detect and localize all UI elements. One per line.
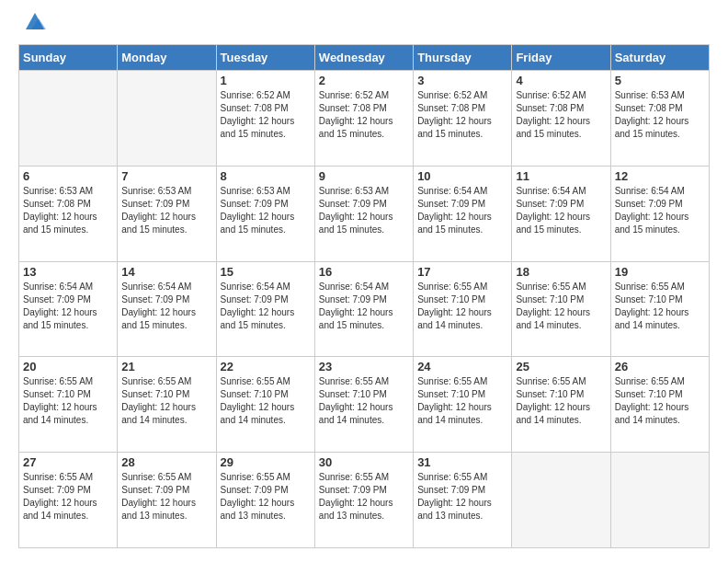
day-info: Sunrise: 6:54 AMSunset: 7:09 PMDaylight:…: [23, 281, 113, 332]
day-info: Sunrise: 6:55 AMSunset: 7:09 PMDaylight:…: [319, 471, 409, 523]
calendar-cell: 27Sunrise: 6:55 AMSunset: 7:09 PMDayligh…: [19, 453, 118, 548]
calendar-cell: 17Sunrise: 6:55 AMSunset: 7:10 PMDayligh…: [414, 261, 512, 357]
day-number: 7: [121, 169, 211, 183]
day-info: Sunrise: 6:55 AMSunset: 7:10 PMDaylight:…: [615, 281, 705, 332]
header: [18, 15, 710, 35]
day-info: Sunrise: 6:52 AMSunset: 7:08 PMDaylight:…: [319, 89, 409, 141]
calendar-cell: 7Sunrise: 6:53 AMSunset: 7:09 PMDaylight…: [118, 166, 216, 261]
calendar-cell: 6Sunrise: 6:53 AMSunset: 7:08 PMDaylight…: [19, 166, 118, 261]
day-number: 22: [221, 360, 311, 373]
day-number: 23: [319, 360, 409, 373]
day-number: 25: [516, 360, 606, 373]
calendar-cell: 14Sunrise: 6:54 AMSunset: 7:09 PMDayligh…: [118, 261, 216, 357]
calendar-cell: [610, 453, 709, 548]
day-number: 30: [319, 455, 409, 469]
day-info: Sunrise: 6:53 AMSunset: 7:09 PMDaylight:…: [319, 185, 409, 236]
day-number: 28: [121, 455, 211, 469]
calendar-cell: 20Sunrise: 6:55 AMSunset: 7:10 PMDayligh…: [19, 357, 118, 453]
calendar-cell: 15Sunrise: 6:54 AMSunset: 7:09 PMDayligh…: [216, 261, 314, 357]
day-info: Sunrise: 6:55 AMSunset: 7:10 PMDaylight:…: [417, 375, 507, 427]
calendar-week-row: 13Sunrise: 6:54 AMSunset: 7:09 PMDayligh…: [19, 261, 710, 357]
day-number: 6: [23, 169, 113, 183]
logo-icon: [22, 9, 48, 35]
day-number: 15: [221, 265, 311, 279]
calendar-header-friday: Friday: [512, 45, 610, 71]
day-number: 9: [319, 169, 409, 183]
day-number: 31: [417, 455, 507, 469]
day-number: 14: [121, 265, 211, 279]
day-number: 21: [121, 360, 211, 373]
calendar-week-row: 20Sunrise: 6:55 AMSunset: 7:10 PMDayligh…: [19, 357, 710, 453]
day-info: Sunrise: 6:52 AMSunset: 7:08 PMDaylight:…: [417, 89, 507, 141]
day-info: Sunrise: 6:55 AMSunset: 7:10 PMDaylight:…: [121, 375, 211, 427]
day-info: Sunrise: 6:52 AMSunset: 7:08 PMDaylight:…: [516, 89, 606, 141]
calendar-cell: 8Sunrise: 6:53 AMSunset: 7:09 PMDaylight…: [216, 166, 314, 261]
day-info: Sunrise: 6:53 AMSunset: 7:09 PMDaylight:…: [221, 185, 311, 236]
calendar-header-saturday: Saturday: [610, 45, 709, 71]
calendar-table: SundayMondayTuesdayWednesdayThursdayFrid…: [18, 44, 710, 548]
day-number: 5: [615, 74, 705, 87]
calendar-cell: 2Sunrise: 6:52 AMSunset: 7:08 PMDaylight…: [314, 71, 413, 167]
calendar-cell: 13Sunrise: 6:54 AMSunset: 7:09 PMDayligh…: [19, 261, 118, 357]
calendar-cell: 3Sunrise: 6:52 AMSunset: 7:08 PMDaylight…: [414, 71, 512, 167]
day-number: 17: [417, 265, 507, 279]
calendar-cell: 10Sunrise: 6:54 AMSunset: 7:09 PMDayligh…: [414, 166, 512, 261]
calendar-cell: 28Sunrise: 6:55 AMSunset: 7:09 PMDayligh…: [118, 453, 216, 548]
calendar-cell: 29Sunrise: 6:55 AMSunset: 7:09 PMDayligh…: [216, 453, 314, 548]
day-info: Sunrise: 6:54 AMSunset: 7:09 PMDaylight:…: [615, 185, 705, 236]
day-info: Sunrise: 6:55 AMSunset: 7:10 PMDaylight:…: [23, 375, 113, 427]
day-number: 4: [516, 74, 606, 87]
calendar-header-sunday: Sunday: [19, 45, 118, 71]
calendar-cell: 18Sunrise: 6:55 AMSunset: 7:10 PMDayligh…: [512, 261, 610, 357]
calendar-header-monday: Monday: [118, 45, 216, 71]
calendar-week-row: 27Sunrise: 6:55 AMSunset: 7:09 PMDayligh…: [19, 453, 710, 548]
calendar-header-row: SundayMondayTuesdayWednesdayThursdayFrid…: [19, 45, 710, 71]
day-info: Sunrise: 6:54 AMSunset: 7:09 PMDaylight:…: [221, 281, 311, 332]
day-number: 24: [417, 360, 507, 373]
day-info: Sunrise: 6:55 AMSunset: 7:10 PMDaylight:…: [516, 375, 606, 427]
calendar-cell: 31Sunrise: 6:55 AMSunset: 7:09 PMDayligh…: [414, 453, 512, 548]
day-number: 20: [23, 360, 113, 373]
calendar-header-thursday: Thursday: [414, 45, 512, 71]
day-number: 1: [221, 74, 311, 87]
day-info: Sunrise: 6:54 AMSunset: 7:09 PMDaylight:…: [319, 281, 409, 332]
calendar-cell: [512, 453, 610, 548]
day-info: Sunrise: 6:55 AMSunset: 7:10 PMDaylight:…: [615, 375, 705, 427]
day-info: Sunrise: 6:55 AMSunset: 7:09 PMDaylight:…: [121, 471, 211, 523]
calendar-week-row: 1Sunrise: 6:52 AMSunset: 7:08 PMDaylight…: [19, 71, 710, 167]
day-number: 3: [417, 74, 507, 87]
day-number: 13: [23, 265, 113, 279]
day-info: Sunrise: 6:53 AMSunset: 7:08 PMDaylight:…: [615, 89, 705, 141]
day-number: 29: [221, 455, 311, 469]
calendar-cell: 16Sunrise: 6:54 AMSunset: 7:09 PMDayligh…: [314, 261, 413, 357]
calendar-cell: 11Sunrise: 6:54 AMSunset: 7:09 PMDayligh…: [512, 166, 610, 261]
calendar-cell: 1Sunrise: 6:52 AMSunset: 7:08 PMDaylight…: [216, 71, 314, 167]
day-number: 2: [319, 74, 409, 87]
day-number: 10: [417, 169, 507, 183]
day-info: Sunrise: 6:54 AMSunset: 7:09 PMDaylight:…: [121, 281, 211, 332]
calendar-cell: 22Sunrise: 6:55 AMSunset: 7:10 PMDayligh…: [216, 357, 314, 453]
day-number: 16: [319, 265, 409, 279]
calendar-cell: 30Sunrise: 6:55 AMSunset: 7:09 PMDayligh…: [314, 453, 413, 548]
calendar-header-wednesday: Wednesday: [314, 45, 413, 71]
calendar-cell: 26Sunrise: 6:55 AMSunset: 7:10 PMDayligh…: [610, 357, 709, 453]
day-info: Sunrise: 6:55 AMSunset: 7:10 PMDaylight:…: [319, 375, 409, 427]
calendar-week-row: 6Sunrise: 6:53 AMSunset: 7:08 PMDaylight…: [19, 166, 710, 261]
calendar-cell: [118, 71, 216, 167]
day-number: 19: [615, 265, 705, 279]
day-info: Sunrise: 6:55 AMSunset: 7:09 PMDaylight:…: [23, 471, 113, 523]
day-number: 8: [221, 169, 311, 183]
day-info: Sunrise: 6:53 AMSunset: 7:09 PMDaylight:…: [121, 185, 211, 236]
calendar-cell: 19Sunrise: 6:55 AMSunset: 7:10 PMDayligh…: [610, 261, 709, 357]
day-info: Sunrise: 6:55 AMSunset: 7:10 PMDaylight:…: [516, 281, 606, 332]
calendar-cell: 24Sunrise: 6:55 AMSunset: 7:10 PMDayligh…: [414, 357, 512, 453]
calendar-cell: 9Sunrise: 6:53 AMSunset: 7:09 PMDaylight…: [314, 166, 413, 261]
day-number: 11: [516, 169, 606, 183]
day-number: 27: [23, 455, 113, 469]
calendar-cell: 23Sunrise: 6:55 AMSunset: 7:10 PMDayligh…: [314, 357, 413, 453]
day-info: Sunrise: 6:52 AMSunset: 7:08 PMDaylight:…: [221, 89, 311, 141]
calendar-cell: 5Sunrise: 6:53 AMSunset: 7:08 PMDaylight…: [610, 71, 709, 167]
page: SundayMondayTuesdayWednesdayThursdayFrid…: [0, 0, 728, 563]
calendar-header-tuesday: Tuesday: [216, 45, 314, 71]
day-info: Sunrise: 6:54 AMSunset: 7:09 PMDaylight:…: [417, 185, 507, 236]
